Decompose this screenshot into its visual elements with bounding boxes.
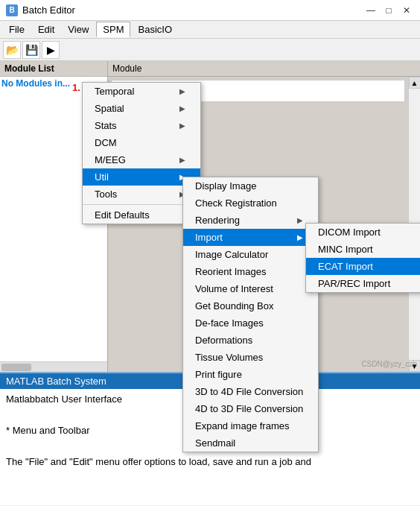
app-icon: B [6,4,18,16]
bottom-line5: The "File" and "Edit" menu offer options… [6,456,414,467]
scroll-thumb[interactable] [1,364,31,371]
title-controls: — □ ✕ [363,3,414,18]
right-vscroll[interactable]: ▲ ▼ [408,77,420,372]
maximize-button[interactable]: □ [381,3,396,18]
selected-text: selected [116,86,152,97]
module-list-content: No Modules in... [0,77,107,361]
run-button[interactable]: ▶ [42,41,60,59]
bottom-header: MATLAB Batch System [0,373,420,389]
app-title: Batch Editor [22,4,75,16]
vscroll-up-btn[interactable]: ▲ [409,77,421,89]
module-header: Module [108,61,420,77]
bottom-line1: Matlabbatch User Interface [6,393,414,405]
menu-bar: File Edit View SPM BasicIO [0,21,420,39]
open-button[interactable]: 📂 [3,41,21,59]
right-panel: Module selected ▲ ▼ [108,61,420,372]
bottom-line2 [6,409,414,420]
menu-view[interactable]: View [62,22,95,37]
menu-spm[interactable]: SPM [96,22,130,37]
main-content: Module List No Modules in... Module sele… [0,61,420,506]
title-left: B Batch Editor [6,4,75,16]
bottom-content: Matlabbatch User Interface * Menu and To… [0,389,420,505]
module-list-label: Module List [0,61,107,77]
menu-basicio[interactable]: BasicIO [132,22,178,37]
vscroll-track [409,89,421,360]
close-button[interactable]: ✕ [399,3,414,18]
minimize-button[interactable]: — [363,3,378,18]
selected-area: selected [111,80,405,102]
title-bar: B Batch Editor — □ ✕ [0,0,420,21]
vscroll-down-btn[interactable]: ▼ [409,360,421,372]
toolbar: 📂 💾 ▶ [0,39,420,61]
menu-file[interactable]: File [3,22,31,37]
app-area: Module List No Modules in... Module sele… [0,61,420,372]
bottom-panel: MATLAB Batch System Matlabbatch User Int… [0,372,420,506]
save-button[interactable]: 💾 [22,41,40,59]
bottom-line4 [6,440,414,452]
menu-edit[interactable]: Edit [32,22,60,37]
bottom-line3: * Menu and Toolbar [6,425,414,436]
module-scrollbar[interactable] [0,361,107,372]
module-panel: Module List No Modules in... [0,61,108,372]
